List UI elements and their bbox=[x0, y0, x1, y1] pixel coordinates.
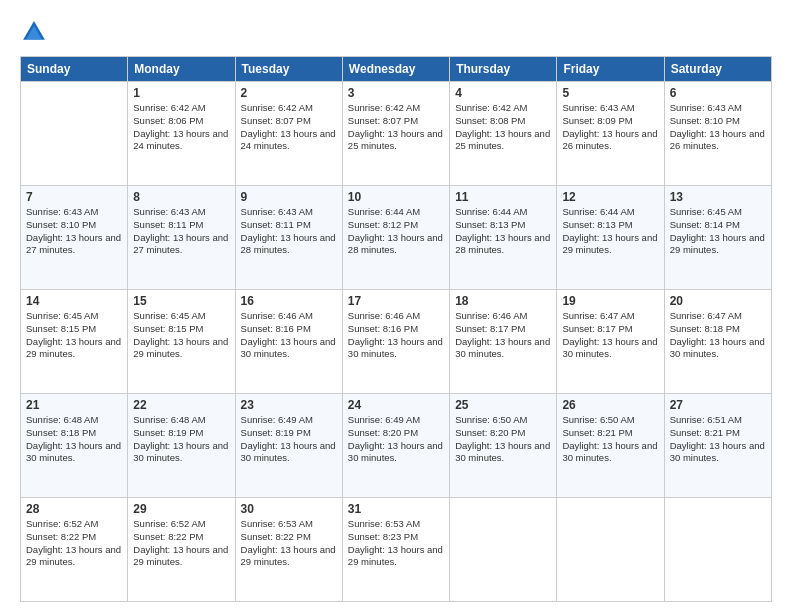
cell-content: Sunrise: 6:43 AM Sunset: 8:11 PM Dayligh… bbox=[133, 206, 229, 257]
cell-content: Sunrise: 6:44 AM Sunset: 8:12 PM Dayligh… bbox=[348, 206, 444, 257]
calendar-cell: 21Sunrise: 6:48 AM Sunset: 8:18 PM Dayli… bbox=[21, 394, 128, 498]
cell-content: Sunrise: 6:43 AM Sunset: 8:10 PM Dayligh… bbox=[26, 206, 122, 257]
day-number: 8 bbox=[133, 190, 229, 204]
cell-content: Sunrise: 6:48 AM Sunset: 8:18 PM Dayligh… bbox=[26, 414, 122, 465]
calendar-cell: 25Sunrise: 6:50 AM Sunset: 8:20 PM Dayli… bbox=[450, 394, 557, 498]
calendar-header-sunday: Sunday bbox=[21, 57, 128, 82]
calendar-cell: 26Sunrise: 6:50 AM Sunset: 8:21 PM Dayli… bbox=[557, 394, 664, 498]
cell-content: Sunrise: 6:53 AM Sunset: 8:22 PM Dayligh… bbox=[241, 518, 337, 569]
calendar-week-2: 7Sunrise: 6:43 AM Sunset: 8:10 PM Daylig… bbox=[21, 186, 772, 290]
day-number: 29 bbox=[133, 502, 229, 516]
cell-content: Sunrise: 6:47 AM Sunset: 8:18 PM Dayligh… bbox=[670, 310, 766, 361]
calendar-cell: 17Sunrise: 6:46 AM Sunset: 8:16 PM Dayli… bbox=[342, 290, 449, 394]
cell-content: Sunrise: 6:46 AM Sunset: 8:17 PM Dayligh… bbox=[455, 310, 551, 361]
calendar-cell: 28Sunrise: 6:52 AM Sunset: 8:22 PM Dayli… bbox=[21, 498, 128, 602]
calendar-cell bbox=[664, 498, 771, 602]
day-number: 23 bbox=[241, 398, 337, 412]
calendar-cell bbox=[557, 498, 664, 602]
day-number: 27 bbox=[670, 398, 766, 412]
day-number: 11 bbox=[455, 190, 551, 204]
cell-content: Sunrise: 6:50 AM Sunset: 8:20 PM Dayligh… bbox=[455, 414, 551, 465]
calendar-cell bbox=[21, 82, 128, 186]
cell-content: Sunrise: 6:48 AM Sunset: 8:19 PM Dayligh… bbox=[133, 414, 229, 465]
calendar-cell: 4Sunrise: 6:42 AM Sunset: 8:08 PM Daylig… bbox=[450, 82, 557, 186]
calendar-cell: 19Sunrise: 6:47 AM Sunset: 8:17 PM Dayli… bbox=[557, 290, 664, 394]
calendar-cell: 23Sunrise: 6:49 AM Sunset: 8:19 PM Dayli… bbox=[235, 394, 342, 498]
cell-content: Sunrise: 6:45 AM Sunset: 8:14 PM Dayligh… bbox=[670, 206, 766, 257]
cell-content: Sunrise: 6:43 AM Sunset: 8:09 PM Dayligh… bbox=[562, 102, 658, 153]
calendar-week-1: 1Sunrise: 6:42 AM Sunset: 8:06 PM Daylig… bbox=[21, 82, 772, 186]
logo bbox=[20, 18, 52, 46]
day-number: 5 bbox=[562, 86, 658, 100]
cell-content: Sunrise: 6:47 AM Sunset: 8:17 PM Dayligh… bbox=[562, 310, 658, 361]
calendar-cell: 11Sunrise: 6:44 AM Sunset: 8:13 PM Dayli… bbox=[450, 186, 557, 290]
calendar-cell: 24Sunrise: 6:49 AM Sunset: 8:20 PM Dayli… bbox=[342, 394, 449, 498]
cell-content: Sunrise: 6:43 AM Sunset: 8:11 PM Dayligh… bbox=[241, 206, 337, 257]
day-number: 14 bbox=[26, 294, 122, 308]
calendar-cell: 15Sunrise: 6:45 AM Sunset: 8:15 PM Dayli… bbox=[128, 290, 235, 394]
cell-content: Sunrise: 6:49 AM Sunset: 8:19 PM Dayligh… bbox=[241, 414, 337, 465]
calendar-cell: 2Sunrise: 6:42 AM Sunset: 8:07 PM Daylig… bbox=[235, 82, 342, 186]
cell-content: Sunrise: 6:50 AM Sunset: 8:21 PM Dayligh… bbox=[562, 414, 658, 465]
calendar-week-4: 21Sunrise: 6:48 AM Sunset: 8:18 PM Dayli… bbox=[21, 394, 772, 498]
cell-content: Sunrise: 6:51 AM Sunset: 8:21 PM Dayligh… bbox=[670, 414, 766, 465]
calendar-week-3: 14Sunrise: 6:45 AM Sunset: 8:15 PM Dayli… bbox=[21, 290, 772, 394]
calendar-cell: 10Sunrise: 6:44 AM Sunset: 8:12 PM Dayli… bbox=[342, 186, 449, 290]
calendar-cell: 16Sunrise: 6:46 AM Sunset: 8:16 PM Dayli… bbox=[235, 290, 342, 394]
calendar-cell: 27Sunrise: 6:51 AM Sunset: 8:21 PM Dayli… bbox=[664, 394, 771, 498]
day-number: 9 bbox=[241, 190, 337, 204]
day-number: 7 bbox=[26, 190, 122, 204]
calendar-cell: 5Sunrise: 6:43 AM Sunset: 8:09 PM Daylig… bbox=[557, 82, 664, 186]
day-number: 10 bbox=[348, 190, 444, 204]
day-number: 4 bbox=[455, 86, 551, 100]
day-number: 28 bbox=[26, 502, 122, 516]
day-number: 17 bbox=[348, 294, 444, 308]
header bbox=[20, 18, 772, 46]
day-number: 19 bbox=[562, 294, 658, 308]
calendar-header-row: SundayMondayTuesdayWednesdayThursdayFrid… bbox=[21, 57, 772, 82]
day-number: 21 bbox=[26, 398, 122, 412]
calendar-cell: 3Sunrise: 6:42 AM Sunset: 8:07 PM Daylig… bbox=[342, 82, 449, 186]
day-number: 2 bbox=[241, 86, 337, 100]
cell-content: Sunrise: 6:42 AM Sunset: 8:06 PM Dayligh… bbox=[133, 102, 229, 153]
day-number: 15 bbox=[133, 294, 229, 308]
calendar-cell: 9Sunrise: 6:43 AM Sunset: 8:11 PM Daylig… bbox=[235, 186, 342, 290]
day-number: 25 bbox=[455, 398, 551, 412]
cell-content: Sunrise: 6:45 AM Sunset: 8:15 PM Dayligh… bbox=[133, 310, 229, 361]
calendar-header-monday: Monday bbox=[128, 57, 235, 82]
cell-content: Sunrise: 6:44 AM Sunset: 8:13 PM Dayligh… bbox=[562, 206, 658, 257]
page: SundayMondayTuesdayWednesdayThursdayFrid… bbox=[0, 0, 792, 612]
day-number: 16 bbox=[241, 294, 337, 308]
day-number: 1 bbox=[133, 86, 229, 100]
day-number: 22 bbox=[133, 398, 229, 412]
cell-content: Sunrise: 6:46 AM Sunset: 8:16 PM Dayligh… bbox=[348, 310, 444, 361]
calendar-header-thursday: Thursday bbox=[450, 57, 557, 82]
calendar-header-tuesday: Tuesday bbox=[235, 57, 342, 82]
cell-content: Sunrise: 6:43 AM Sunset: 8:10 PM Dayligh… bbox=[670, 102, 766, 153]
cell-content: Sunrise: 6:52 AM Sunset: 8:22 PM Dayligh… bbox=[133, 518, 229, 569]
calendar-table: SundayMondayTuesdayWednesdayThursdayFrid… bbox=[20, 56, 772, 602]
calendar-cell: 18Sunrise: 6:46 AM Sunset: 8:17 PM Dayli… bbox=[450, 290, 557, 394]
cell-content: Sunrise: 6:49 AM Sunset: 8:20 PM Dayligh… bbox=[348, 414, 444, 465]
calendar-header-saturday: Saturday bbox=[664, 57, 771, 82]
day-number: 6 bbox=[670, 86, 766, 100]
day-number: 13 bbox=[670, 190, 766, 204]
calendar-cell: 6Sunrise: 6:43 AM Sunset: 8:10 PM Daylig… bbox=[664, 82, 771, 186]
cell-content: Sunrise: 6:46 AM Sunset: 8:16 PM Dayligh… bbox=[241, 310, 337, 361]
calendar-cell: 14Sunrise: 6:45 AM Sunset: 8:15 PM Dayli… bbox=[21, 290, 128, 394]
calendar-cell: 29Sunrise: 6:52 AM Sunset: 8:22 PM Dayli… bbox=[128, 498, 235, 602]
calendar-header-friday: Friday bbox=[557, 57, 664, 82]
day-number: 30 bbox=[241, 502, 337, 516]
cell-content: Sunrise: 6:42 AM Sunset: 8:07 PM Dayligh… bbox=[241, 102, 337, 153]
calendar-cell: 7Sunrise: 6:43 AM Sunset: 8:10 PM Daylig… bbox=[21, 186, 128, 290]
calendar-cell: 1Sunrise: 6:42 AM Sunset: 8:06 PM Daylig… bbox=[128, 82, 235, 186]
calendar-cell: 31Sunrise: 6:53 AM Sunset: 8:23 PM Dayli… bbox=[342, 498, 449, 602]
logo-icon bbox=[20, 18, 48, 46]
day-number: 12 bbox=[562, 190, 658, 204]
calendar-header-wednesday: Wednesday bbox=[342, 57, 449, 82]
calendar-week-5: 28Sunrise: 6:52 AM Sunset: 8:22 PM Dayli… bbox=[21, 498, 772, 602]
calendar-cell bbox=[450, 498, 557, 602]
day-number: 18 bbox=[455, 294, 551, 308]
calendar-cell: 22Sunrise: 6:48 AM Sunset: 8:19 PM Dayli… bbox=[128, 394, 235, 498]
cell-content: Sunrise: 6:44 AM Sunset: 8:13 PM Dayligh… bbox=[455, 206, 551, 257]
